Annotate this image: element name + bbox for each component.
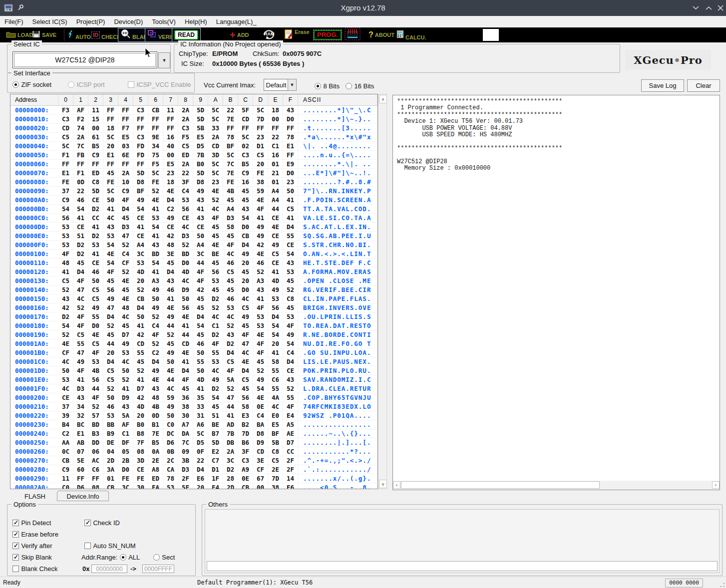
hex-byte-cell[interactable]: 45 [238, 268, 253, 276]
hex-byte-cell[interactable]: 45 [163, 259, 178, 267]
hex-byte-cell[interactable]: 52 [58, 330, 73, 339]
hex-byte-cell[interactable]: 0D [148, 411, 163, 420]
hex-byte-cell[interactable]: D0 [118, 465, 133, 474]
zif-socket-radio[interactable]: ZIF socket [12, 80, 51, 89]
hex-byte-cell[interactable]: 38 [268, 483, 283, 489]
hex-byte-cell[interactable]: FF [103, 160, 118, 168]
hex-byte-cell[interactable]: 55 [268, 366, 283, 375]
hex-byte-cell[interactable]: C2 [148, 348, 163, 357]
hex-byte-cell[interactable]: 28 [223, 474, 238, 483]
hex-byte-cell[interactable]: FD [133, 151, 148, 159]
hex-byte-cell[interactable]: 54 [283, 250, 298, 258]
hex-byte-cell[interactable]: 50 [178, 294, 193, 303]
hex-row[interactable]: 00000220:393257535A200D5030315141E3C4E0E… [10, 411, 377, 420]
hex-byte-cell[interactable]: 57 [88, 411, 103, 420]
hex-byte-cell[interactable]: 45 [238, 384, 253, 393]
hex-byte-cell[interactable]: 4C [118, 357, 133, 366]
hex-byte-cell[interactable]: 01 [268, 160, 283, 168]
hex-byte-cell[interactable]: 44 [88, 384, 103, 393]
hex-byte-cell[interactable]: FF [88, 160, 103, 168]
hex-byte-cell[interactable]: D9 [178, 286, 193, 294]
hex-byte-cell[interactable]: D4 [73, 268, 88, 276]
hex-byte-cell[interactable]: CE [283, 241, 298, 249]
hex-byte-cell[interactable]: D0 [283, 115, 298, 123]
hex-byte-cell[interactable]: 50 [283, 187, 298, 195]
hex-byte-cell[interactable]: 34 [148, 142, 163, 150]
hex-byte-cell[interactable]: 45 [223, 286, 238, 294]
hex-byte-cell[interactable]: 53 [148, 214, 163, 222]
hex-byte-cell[interactable]: 53 [283, 268, 298, 276]
hex-byte-cell[interactable]: CD [178, 339, 193, 348]
hex-byte-cell[interactable]: D4 [193, 465, 208, 474]
hex-byte-cell[interactable]: 08 [88, 483, 103, 489]
hex-byte-cell[interactable]: 09 [178, 447, 193, 456]
hex-byte-cell[interactable]: 55 [208, 348, 223, 357]
hex-byte-cell[interactable]: 30 [133, 483, 148, 489]
hex-byte-cell[interactable]: DD [88, 438, 103, 447]
hex-byte-cell[interactable]: 5B [268, 438, 283, 447]
hex-row[interactable]: 00000290:11FFFF01FEFEED782FE61F280E677D1… [10, 474, 377, 483]
hex-row[interactable]: 00000280:C960C63AD0CEA8CAD3D4D1D2A9CF2E2… [10, 465, 377, 474]
hex-byte-cell[interactable]: 7D [268, 474, 283, 483]
hex-byte-cell[interactable]: 20 [253, 160, 268, 168]
hex-byte-cell[interactable]: C2 [163, 205, 178, 213]
hex-byte-cell[interactable]: 53 [163, 483, 178, 489]
hex-byte-cell[interactable]: 5A [223, 375, 238, 384]
hex-byte-cell[interactable]: 4E [163, 187, 178, 195]
hex-byte-cell[interactable]: CE [133, 465, 148, 474]
hex-vertical-scrollbar[interactable]: ∧ ∨ [378, 94, 387, 489]
hex-byte-cell[interactable]: 45 [253, 357, 268, 366]
hex-byte-cell[interactable]: 41 [73, 214, 88, 222]
hex-byte-cell[interactable]: 5C [208, 106, 223, 114]
hex-byte-cell[interactable]: 4E [178, 312, 193, 321]
hex-byte-cell[interactable]: 45 [223, 277, 238, 285]
hex-byte-cell[interactable]: 2B [118, 456, 133, 465]
hex-byte-cell[interactable]: C8 [268, 447, 283, 456]
hex-byte-cell[interactable]: C5 [253, 151, 268, 159]
hex-byte-cell[interactable]: C5 [223, 268, 238, 276]
hex-byte-cell[interactable]: 31 [193, 411, 208, 420]
hex-byte-cell[interactable]: FE [103, 178, 118, 186]
range-to-input[interactable]: 0000FFFF [142, 565, 174, 573]
hex-byte-cell[interactable]: FE [148, 178, 163, 186]
hex-byte-cell[interactable]: A4 [133, 241, 148, 249]
clear-button[interactable]: Clear [687, 79, 720, 92]
hex-row[interactable]: 00000120:41D4464F524D41D44D4F56C54552415… [10, 268, 377, 277]
hex-byte-cell[interactable]: CE [58, 393, 73, 402]
hex-byte-cell[interactable]: E1 [103, 151, 118, 159]
hex-byte-cell[interactable]: 53 [58, 375, 73, 384]
hex-byte-cell[interactable]: B1 [148, 420, 163, 429]
blank-check-checkbox[interactable]: Blank Check [12, 564, 57, 573]
hex-byte-cell[interactable]: 42 [253, 241, 268, 249]
hex-byte-cell[interactable]: 53 [223, 303, 238, 312]
hex-row[interactable]: 00000020:CD740018F7FFFFFFC35B33FFFFFFFFF… [10, 124, 377, 133]
hex-byte-cell[interactable]: 4D [178, 268, 193, 276]
hex-byte-cell[interactable]: FF [283, 124, 298, 132]
hex-byte-cell[interactable]: 48 [58, 259, 73, 267]
hex-byte-cell[interactable]: 4D [193, 375, 208, 384]
hex-byte-cell[interactable]: D4 [118, 205, 133, 213]
hex-byte-cell[interactable]: 53 [133, 259, 148, 267]
hex-byte-cell[interactable]: 45 [208, 402, 223, 411]
hex-byte-cell[interactable]: C5 [88, 339, 103, 348]
hex-byte-cell[interactable]: 22 [223, 106, 238, 114]
hex-byte-cell[interactable]: CB [103, 483, 118, 489]
hex-byte-cell[interactable]: 4F [148, 330, 163, 339]
hex-byte-cell[interactable]: F4 [208, 483, 223, 489]
hex-byte-cell[interactable]: D2 [88, 205, 103, 213]
hex-byte-cell[interactable]: FF [133, 160, 148, 168]
hex-byte-cell[interactable]: 20 [238, 259, 253, 267]
icsp-vcc-checkbox[interactable]: ICSP_VCC Enable [128, 80, 191, 89]
hex-byte-cell[interactable]: 4F [283, 321, 298, 330]
hex-byte-cell[interactable]: 49 [103, 294, 118, 303]
hex-byte-cell[interactable]: 4C [118, 312, 133, 321]
hex-byte-cell[interactable]: FF [253, 124, 268, 132]
hex-byte-cell[interactable]: 4D [133, 268, 148, 276]
hex-byte-cell[interactable]: 54 [208, 393, 223, 402]
hex-byte-cell[interactable]: 50 [193, 348, 208, 357]
hex-byte-cell[interactable]: 45 [223, 232, 238, 240]
hex-byte-cell[interactable]: 5C [103, 133, 118, 141]
hex-row[interactable]: 00000100:4FD2414EC43CBD3EBD3CBE4C494EC55… [10, 250, 377, 259]
hex-byte-cell[interactable]: 43 [193, 196, 208, 204]
hex-byte-cell[interactable]: E1 [58, 169, 73, 177]
